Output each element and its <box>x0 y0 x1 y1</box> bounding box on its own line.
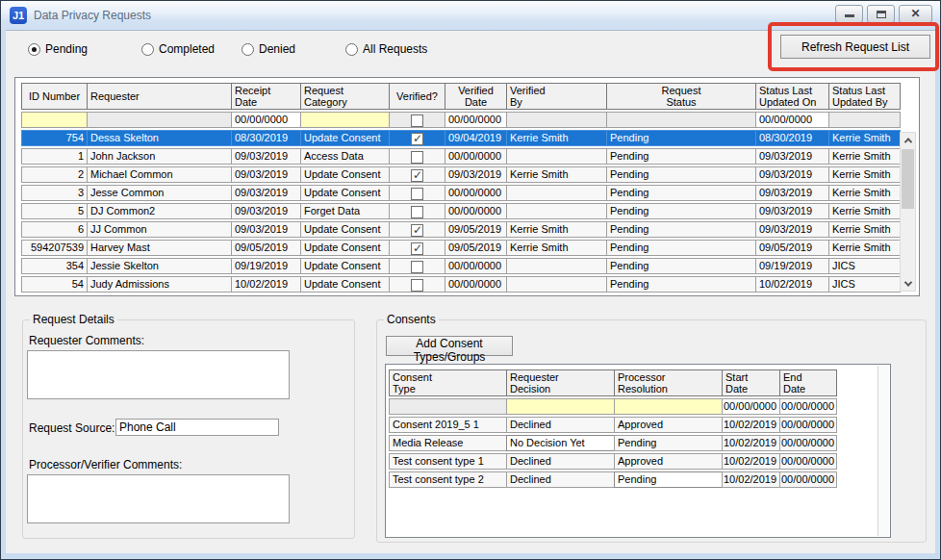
refresh-request-list-button[interactable]: Refresh Request List <box>780 35 930 59</box>
table-row[interactable]: 2 Michael Common 09/03/2019 Update Conse… <box>21 166 901 183</box>
cell-consent-type[interactable]: Test consent type 1 <box>389 453 506 470</box>
cell-verified-by[interactable] <box>506 203 606 219</box>
cell-receipt-date[interactable]: 09/05/2019 <box>231 240 300 256</box>
table-row[interactable]: 754 Dessa Skelton 08/30/2019 Update Cons… <box>21 130 901 146</box>
col-header-consent-type[interactable]: Consent Type <box>389 369 506 396</box>
add-consent-types-button[interactable]: Add Consent Types/Groups <box>386 336 513 356</box>
cell-updated-by[interactable]: Kerrie Smith <box>828 130 901 146</box>
cell-requester[interactable]: John Jackson <box>87 148 231 165</box>
requester-comments-input[interactable] <box>27 350 290 399</box>
col-header-processor-resolution[interactable]: Processor Resolution <box>614 369 722 396</box>
verified-checkbox[interactable] <box>411 206 423 218</box>
cell-updated-on[interactable]: 09/03/2019 <box>755 185 828 201</box>
verified-checkbox[interactable] <box>411 279 423 292</box>
cell-verified-by[interactable] <box>506 258 606 274</box>
cell-verified-date[interactable]: 09/04/2019 <box>445 130 506 146</box>
cell-id[interactable]: 54 <box>21 276 87 293</box>
maximize-button[interactable] <box>867 5 895 23</box>
cell-receipt-date[interactable]: 10/02/2019 <box>231 276 300 293</box>
cell-receipt-date[interactable]: 09/03/2019 <box>231 185 300 201</box>
filter-updated-on[interactable]: 00/00/0000 <box>755 112 828 128</box>
cell-updated-by[interactable]: Kerrie Smith <box>828 203 901 219</box>
verified-checkbox[interactable] <box>411 188 423 200</box>
cell-category[interactable]: Forget Data <box>300 203 389 219</box>
cell-requester-decision[interactable]: Declined <box>506 417 614 433</box>
col-header-id-number[interactable]: ID Number <box>21 83 87 110</box>
cell-category[interactable]: Update Consent <box>300 130 389 146</box>
cell-requester-decision[interactable]: Declined <box>506 453 614 470</box>
cell-updated-on[interactable]: 09/03/2019 <box>755 148 828 165</box>
cell-requester[interactable]: Jesse Common <box>87 185 231 201</box>
cell-verified-by[interactable]: Kerrie Smith <box>506 166 606 183</box>
cell-verified-date[interactable]: 00/00/0000 <box>445 185 506 201</box>
cell-verified-by[interactable]: Kerrie Smith <box>506 240 606 256</box>
filter-verified-date[interactable]: 00/00/0000 <box>445 112 506 128</box>
table-row[interactable]: 5 DJ Common2 09/03/2019 Forget Data 00/0… <box>21 203 901 219</box>
table-row[interactable]: 594207539 Harvey Mast 09/05/2019 Update … <box>21 240 901 256</box>
col-header-verified-date[interactable]: Verified Date <box>445 83 506 110</box>
cell-id[interactable]: 1 <box>21 148 87 165</box>
cell-status[interactable]: Pending <box>606 221 755 238</box>
cell-updated-on[interactable]: 09/03/2019 <box>755 203 828 219</box>
cell-verified-date[interactable]: 09/05/2019 <box>445 240 506 256</box>
table-row[interactable]: 1 John Jackson 09/03/2019 Access Data 00… <box>21 148 901 165</box>
cell-category[interactable]: Update Consent <box>300 240 389 256</box>
table-row[interactable]: 6 JJ Common 09/03/2019 Update Consent 09… <box>21 221 901 238</box>
cell-requester[interactable]: Michael Common <box>87 166 231 183</box>
cell-updated-on[interactable]: 10/02/2019 <box>755 276 828 293</box>
col-header-request-status[interactable]: Request Status <box>606 83 755 110</box>
verified-checkbox[interactable] <box>411 224 423 237</box>
col-header-end-date[interactable]: End Date <box>779 369 837 396</box>
cell-processor-resolution[interactable]: Approved <box>614 417 722 433</box>
col-header-request-category[interactable]: Request Category <box>300 83 389 110</box>
cell-updated-on[interactable]: 09/19/2019 <box>755 258 828 274</box>
cell-updated-by[interactable]: JICS <box>828 258 901 274</box>
cell-verified-date[interactable]: 09/03/2019 <box>445 166 506 183</box>
cell-status[interactable]: Pending <box>606 258 755 274</box>
cell-consent-type[interactable]: Consent 2019_5 1 <box>389 417 506 433</box>
filter-id-number[interactable] <box>21 112 87 128</box>
cell-updated-on[interactable]: 09/03/2019 <box>755 221 828 238</box>
table-row[interactable]: 354 Jessie Skelton 09/19/2019 Update Con… <box>21 258 901 274</box>
cell-verified-by[interactable] <box>506 148 606 165</box>
cell-status[interactable]: Pending <box>606 148 755 165</box>
cell-category[interactable]: Update Consent <box>300 166 389 183</box>
filter-updated-by[interactable] <box>828 112 901 128</box>
radio-completed[interactable]: Completed <box>141 42 215 56</box>
verified-filter-checkbox[interactable] <box>411 115 423 127</box>
cell-id[interactable]: 594207539 <box>21 240 87 256</box>
verified-checkbox[interactable] <box>411 169 423 182</box>
cell-status[interactable]: Pending <box>606 130 755 146</box>
cell-id[interactable]: 2 <box>21 166 87 183</box>
cell-category[interactable]: Update Consent <box>300 276 389 293</box>
cell-verified-by[interactable] <box>506 185 606 201</box>
table-row[interactable]: 3 Jesse Common 09/03/2019 Update Consent… <box>21 185 901 201</box>
cell-verified-by[interactable]: Kerrie Smith <box>506 221 606 238</box>
cell-requester[interactable]: Judy Admissions <box>87 276 231 293</box>
cell-verified-date[interactable]: 00/00/0000 <box>445 148 506 165</box>
cell-id[interactable]: 3 <box>21 185 87 201</box>
col-header-verified[interactable]: Verified? <box>389 83 445 110</box>
table-row[interactable]: Media Release No Decision Yet Pending 10… <box>389 435 837 451</box>
scroll-down-button[interactable] <box>901 276 915 291</box>
minimize-button[interactable] <box>835 5 863 23</box>
cell-processor-resolution[interactable]: Approved <box>614 453 722 470</box>
cell-verified-date[interactable]: 00/00/0000 <box>445 258 506 274</box>
table-row[interactable]: Consent 2019_5 1 Declined Approved 10/02… <box>389 417 837 433</box>
cell-end-date[interactable]: 00/00/0000 <box>779 417 837 433</box>
cell-id[interactable]: 354 <box>21 258 87 274</box>
scrollbar-thumb[interactable] <box>902 149 914 209</box>
col-header-status-updated-on[interactable]: Status Last Updated On <box>755 83 828 110</box>
cell-verified-date[interactable]: 00/00/0000 <box>445 203 506 219</box>
radio-denied[interactable]: Denied <box>242 42 295 56</box>
filter-request-category[interactable] <box>300 112 389 128</box>
cell-updated-by[interactable]: JICS <box>828 276 901 293</box>
cell-category[interactable]: Update Consent <box>300 258 389 274</box>
cell-requester[interactable]: Harvey Mast <box>87 240 231 256</box>
cell-verified-date[interactable]: 00/00/0000 <box>445 276 506 293</box>
radio-pending[interactable]: Pending <box>28 42 88 56</box>
cell-end-date[interactable]: 00/00/0000 <box>779 471 837 488</box>
cell-id[interactable]: 6 <box>21 221 87 238</box>
cell-updated-on[interactable]: 09/03/2019 <box>755 166 828 183</box>
filter-request-status[interactable] <box>606 112 755 128</box>
